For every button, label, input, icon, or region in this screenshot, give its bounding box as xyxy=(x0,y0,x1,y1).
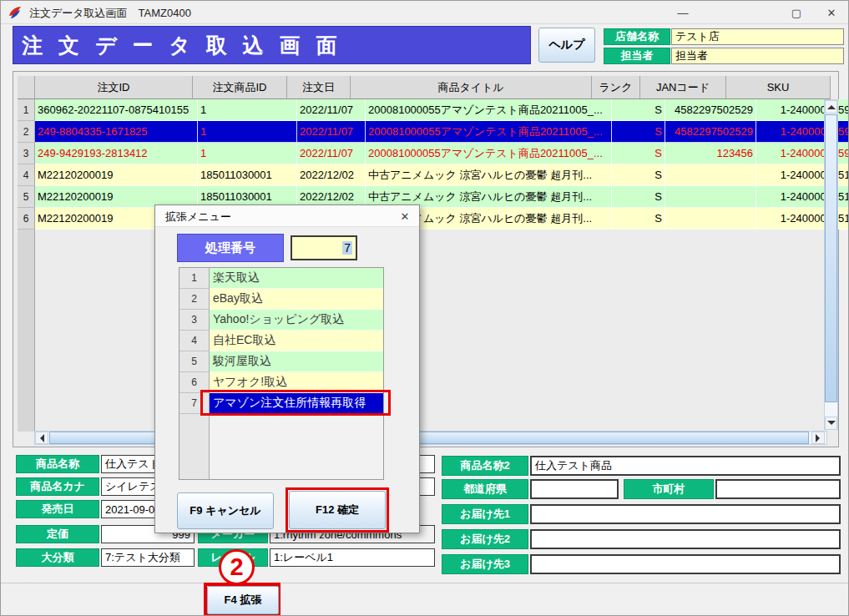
item-label: Yahoo!ショッピング取込 xyxy=(210,310,383,331)
vscroll-thumb[interactable] xyxy=(825,114,837,402)
city-label: 市町村 xyxy=(624,479,714,499)
cell-jan xyxy=(665,208,756,230)
dialog-close-icon[interactable]: ✕ xyxy=(396,208,414,225)
scroll-up-icon[interactable] xyxy=(825,100,837,114)
list-number-strip xyxy=(179,414,210,480)
cell-jan xyxy=(665,164,756,186)
product-name2-field[interactable]: 仕入テスト商品 xyxy=(530,456,841,476)
scroll-right-icon[interactable] xyxy=(811,432,825,444)
scroll-down-icon[interactable] xyxy=(825,417,837,430)
cell-jan xyxy=(665,186,756,208)
cell-title: 200081000055アマゾンテスト商品20211005_... xyxy=(366,121,612,143)
dialog-cancel-button[interactable]: F9 キャンセル xyxy=(177,492,274,529)
process-number-input[interactable]: 7 xyxy=(291,235,357,260)
list-item[interactable]: 2 eBay取込 xyxy=(179,289,383,310)
cell-order-id: 249-9429193-2813412 xyxy=(35,143,198,164)
col-rank: ランク xyxy=(592,76,640,99)
address1-label: お届け先1 xyxy=(442,504,528,524)
city-field[interactable] xyxy=(715,479,841,499)
table-row[interactable]: 3 249-9429193-2813412 1 2022/11/07 20008… xyxy=(18,143,849,164)
address1-field[interactable] xyxy=(530,504,841,524)
cell-rank: S xyxy=(612,99,665,121)
row-header-strip xyxy=(18,230,35,432)
prefecture-field[interactable] xyxy=(530,479,619,499)
list-item-selected[interactable]: 7 アマゾン注文住所情報再取得 xyxy=(179,393,383,414)
table-row[interactable]: 5 M22120200019 185011030001 2022/12/02 中… xyxy=(18,186,849,208)
extension-menu-list: 1 楽天取込 2 eBay取込 3 Yahoo!ショッピング取込 4 自社EC取… xyxy=(179,267,384,480)
row-number: 2 xyxy=(18,121,35,143)
item-number: 6 xyxy=(179,372,210,393)
table-row[interactable]: 6 M22120200019 185011030001 2022/12/02 中… xyxy=(18,208,849,230)
f4-highlight-box: F4 拡張 xyxy=(204,583,280,616)
button-label: F4 拡張 xyxy=(225,593,262,607)
cell-jan: 4582297502529 xyxy=(665,121,756,143)
input-value: 7 xyxy=(342,241,352,255)
cell-jan: 4582297502529 xyxy=(665,99,756,121)
product-name2-label: 商品名称2 xyxy=(442,456,528,476)
list-item[interactable]: 1 楽天取込 xyxy=(179,268,383,289)
list-item[interactable]: 6 ヤフオク!取込 xyxy=(179,372,383,393)
cell-title: 中古アニメムック 涼宮ハルヒの憂鬱 超月刊... xyxy=(366,164,612,186)
item-number: 4 xyxy=(179,331,210,351)
staff-field[interactable]: 担当者 xyxy=(671,48,844,64)
table-row-selected[interactable]: 2 249-8804335-1671825 1 2022/11/07 20008… xyxy=(18,121,849,143)
store-name-label: 店舗名称 xyxy=(604,28,670,45)
page-title: 注 文 デ ー タ 取 込 画 面 xyxy=(13,26,531,64)
row-number: 1 xyxy=(18,99,35,121)
cell-order-id: 249-8804335-1671825 xyxy=(35,121,198,143)
list-item[interactable]: 3 Yahoo!ショッピング取込 xyxy=(179,310,383,331)
item-number: 5 xyxy=(179,351,210,372)
category-label: 大分類 xyxy=(16,548,99,567)
cell-order-date: 2022/11/07 xyxy=(297,121,366,143)
cell-order-item-id: 1 xyxy=(198,121,297,143)
item-label: 楽天取込 xyxy=(210,268,383,289)
address3-label: お届け先3 xyxy=(442,554,528,574)
dialog-title: 拡張メニュー xyxy=(165,210,231,225)
step-2-annotation-badge: 2 xyxy=(219,549,255,585)
app-icon xyxy=(8,5,23,20)
dialog-confirm-button[interactable]: F12 確定 xyxy=(289,491,386,529)
row-number: 6 xyxy=(18,208,35,230)
store-name-field[interactable]: テスト店 xyxy=(671,28,844,45)
item-number: 1 xyxy=(179,268,210,289)
cell-order-date: 2022/12/02 xyxy=(297,164,366,186)
cell-rank: S xyxy=(612,186,665,208)
maximize-icon[interactable]: ▢ xyxy=(781,3,812,23)
item-label: 自社EC取込 xyxy=(210,331,383,351)
extension-menu-dialog: 拡張メニュー ✕ 処理番号 7 1 楽天取込 2 eBay取込 3 Yahoo!… xyxy=(154,204,420,533)
f4-extension-button[interactable]: F4 拡張 xyxy=(207,586,279,614)
grid-hscrollbar[interactable] xyxy=(34,431,827,445)
row-number: 3 xyxy=(18,143,35,164)
address3-field[interactable] xyxy=(530,554,841,574)
table-row[interactable]: 1 360962-20221107-0875410155 1 2022/11/0… xyxy=(18,99,849,121)
process-number-label: 処理番号 xyxy=(177,234,284,262)
price-label: 定価 xyxy=(16,525,99,543)
cell-order-id: 360962-20221107-0875410155 xyxy=(35,99,198,121)
app-window: 注文データ取込画面 TAMZ0400 — ▢ ✕ 注 文 デ ー タ 取 込 画… xyxy=(0,0,849,616)
item-label: 駿河屋取込 xyxy=(210,351,383,372)
address2-field[interactable] xyxy=(530,529,841,549)
minimize-icon[interactable]: — xyxy=(667,3,699,23)
cell-rank: S xyxy=(612,208,665,230)
function-key-bar xyxy=(1,583,849,616)
category-field[interactable]: 7:テスト大分類 xyxy=(101,548,195,567)
grid-vscrollbar[interactable] xyxy=(824,99,838,430)
cell-order-item-id: 1 xyxy=(198,143,297,164)
row-number: 5 xyxy=(18,186,35,208)
staff-label: 担当者 xyxy=(604,48,670,64)
scroll-left-icon[interactable] xyxy=(35,432,48,444)
close-icon[interactable]: ✕ xyxy=(816,3,847,23)
list-item[interactable]: 5 駿河屋取込 xyxy=(179,351,383,372)
window-title: 注文データ取込画面 TAMZ0400 xyxy=(29,6,191,21)
table-row[interactable]: 4 M22120200019 185011030001 2022/12/02 中… xyxy=(18,164,849,186)
grid-corner-cell xyxy=(18,76,35,99)
label-field[interactable]: 1:レーベル1 xyxy=(270,548,435,567)
item-label: ヤフオク!取込 xyxy=(210,372,383,393)
list-item[interactable]: 4 自社EC取込 xyxy=(179,331,383,351)
cell-title: 200081000055アマゾンテスト商品20211005_... xyxy=(366,143,612,164)
help-button[interactable]: ヘルプ xyxy=(538,28,595,63)
cell-order-item-id: 1 xyxy=(198,99,297,121)
cell-rank: S xyxy=(612,164,665,186)
item-number: 3 xyxy=(179,310,210,331)
col-order-date: 注文日 xyxy=(287,76,351,99)
